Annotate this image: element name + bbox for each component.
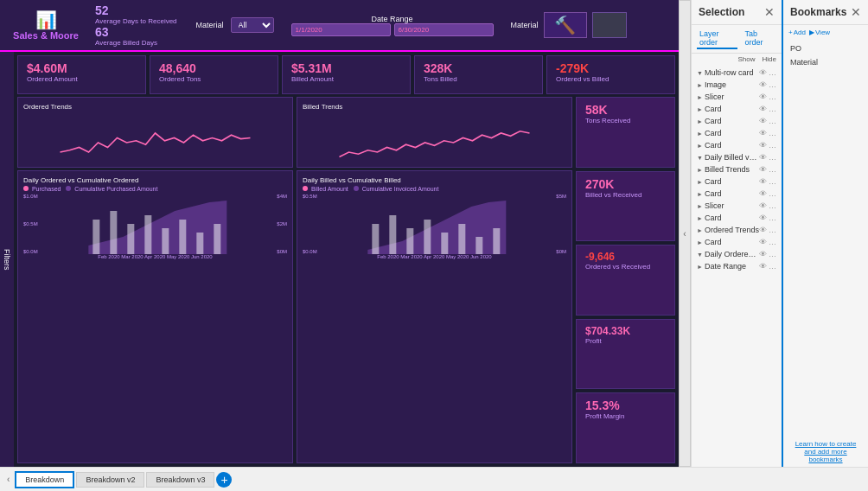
layer-item[interactable]: ► Card 👁 … <box>692 175 782 188</box>
layer-icons: 👁 … <box>759 238 776 246</box>
billed-y-right1: $5M <box>556 194 566 199</box>
y-right2: $2M <box>277 221 287 226</box>
more-icon: … <box>769 250 776 258</box>
kpi-tons-received-label: Tons Received <box>585 117 666 124</box>
layer-item[interactable]: ► Card 👁 … <box>692 103 782 115</box>
layer-arrow: ► <box>697 94 703 100</box>
legend-dot-billed <box>303 186 308 191</box>
layer-item[interactable]: ▼ Daily Ordered vs Cu... 👁 … <box>692 248 782 260</box>
tab-item[interactable]: Breakdown v3 <box>146 472 214 488</box>
layer-item[interactable]: ► Card 👁 … <box>692 212 782 224</box>
ordered-trends-title: Ordered Trends <box>23 103 287 111</box>
x-axis-ordered: Feb 2020 Mar 2020 Apr 2020 May 2020 Jun … <box>23 254 287 259</box>
layer-name: Slicer <box>705 201 759 210</box>
show-label[interactable]: Show <box>738 55 756 63</box>
bookmarks-add[interactable]: + Add <box>788 29 806 36</box>
legend-invoiced: Cumulative Invoiced Amount <box>362 186 439 192</box>
layer-item[interactable]: ► Card 👁 … <box>692 115 782 127</box>
date-end-input[interactable] <box>394 23 494 36</box>
y-axis-left: $1.0M $0.5M $0.0M <box>23 194 40 254</box>
add-icon: + <box>788 29 793 36</box>
bookmark-list: POMaterial <box>783 40 868 437</box>
logo-area: 📊 Sales & Moore <box>7 10 85 41</box>
bookmarks-view[interactable]: ▶ View <box>809 29 830 36</box>
layer-icons: 👁 … <box>759 262 776 271</box>
layer-item[interactable]: ► Image 👁 … <box>692 79 782 91</box>
svg-rect-12 <box>406 228 413 254</box>
selection-panel-close[interactable]: ✕ <box>764 5 775 19</box>
layer-item[interactable]: ► Slicer 👁 … <box>692 200 782 212</box>
layer-icons: 👁 … <box>759 80 776 89</box>
trends-row: Ordered Trends Billed Trends <box>17 97 572 168</box>
layer-item[interactable]: ▼ Daily Billed vs Cumul... 👁 … <box>692 151 782 163</box>
svg-rect-14 <box>441 233 448 254</box>
layer-item[interactable]: ► Date Range 👁 … <box>692 260 782 272</box>
tab-item[interactable]: Breakdown <box>15 471 74 488</box>
layer-item[interactable]: ► Card 👁 … <box>692 127 782 139</box>
collapse-button[interactable]: ‹ <box>679 0 691 467</box>
svg-rect-3 <box>127 224 134 254</box>
layer-icons: 👁 … <box>759 226 776 234</box>
more-icon: … <box>769 117 776 125</box>
layer-arrow: ► <box>697 203 703 209</box>
layer-arrow: ► <box>697 167 703 173</box>
svg-rect-15 <box>458 224 465 254</box>
more-icon: … <box>769 105 776 113</box>
add-tab-button[interactable]: + <box>216 472 232 488</box>
layer-item[interactable]: ► Ordered Trends 👁 … <box>692 224 782 236</box>
billed-y-label2: $0.0M <box>303 249 317 254</box>
kpi-ordered-vs-billed-value: -279K <box>556 61 666 75</box>
svg-rect-6 <box>179 220 186 254</box>
layer-name: Card <box>705 189 759 198</box>
tab-tab-order[interactable]: Tab order <box>743 29 776 49</box>
bookmarks-close[interactable]: ✕ <box>851 5 861 19</box>
layer-item[interactable]: ► Card 👁 … <box>692 139 782 151</box>
tab-nav-left[interactable]: ‹ <box>3 475 13 484</box>
eye-icon: 👁 <box>759 68 767 77</box>
tab-layer-order[interactable]: Layer order <box>697 29 737 49</box>
filters-label: Filters <box>3 249 11 271</box>
layer-item[interactable]: ▼ Multi-row card 👁 … <box>692 67 782 79</box>
hide-label[interactable]: Hide <box>763 55 776 63</box>
kpi-ordered-vs-received-value: -9,646 <box>585 251 666 263</box>
layer-name: Daily Billed vs Cumul... <box>705 153 759 162</box>
x-axis-billed: Feb 2020 Mar 2020 Apr 2020 May 2020 Jun … <box>303 254 566 259</box>
kpi-billed-vs-received-value: 270K <box>585 177 666 191</box>
y-right3: $0M <box>277 249 287 254</box>
more-icon: … <box>769 238 776 246</box>
layer-item[interactable]: ► Billed Trends 👁 … <box>692 163 782 175</box>
kpi-profit-margin-value: 15.3% <box>585 399 666 412</box>
layer-item[interactable]: ► Card 👁 … <box>692 236 782 248</box>
billed-y-label1: $0.5M <box>303 194 317 199</box>
date-inputs <box>291 23 494 36</box>
svg-marker-0 <box>88 201 227 254</box>
legend-cumulative: Cumulative Purchased Amount <box>74 186 157 192</box>
material-preview <box>592 12 627 38</box>
layer-item[interactable]: ► Slicer 👁 … <box>692 91 782 103</box>
more-icon: … <box>769 165 776 174</box>
date-start-input[interactable] <box>291 23 391 36</box>
layer-arrow: ► <box>697 227 703 233</box>
learn-bookmarks-tip[interactable]: Learn how to create and add more bookmar… <box>783 437 868 467</box>
dashboard-header: 📊 Sales & Moore 52 Average Days to Recei… <box>0 0 679 52</box>
view-icon: ▶ <box>809 29 814 36</box>
bookmark-item[interactable]: PO <box>783 41 868 55</box>
svg-marker-9 <box>367 201 506 254</box>
layer-arrow: ▼ <box>697 252 703 258</box>
layer-icons: 👁 … <box>759 105 776 113</box>
dashboard: 📊 Sales & Moore 52 Average Days to Recei… <box>0 0 679 467</box>
more-icon: … <box>769 141 776 150</box>
daily-ordered-legend: Purchased Cumulative Purchased Amount <box>23 186 287 192</box>
daily-billed-svg <box>319 194 555 254</box>
layer-name: Card <box>705 214 759 222</box>
eye-icon: 👁 <box>759 165 767 174</box>
material-filter-label: Material <box>196 21 224 29</box>
layer-item[interactable]: ► Card 👁 … <box>692 188 782 200</box>
material-dropdown[interactable]: All <box>231 17 274 33</box>
kpi-billed-vs-received-label: Billed vs Received <box>585 191 666 199</box>
layer-name: Billed Trends <box>705 165 759 174</box>
bookmark-item[interactable]: Material <box>783 55 868 69</box>
tab-item[interactable]: Breakdown v2 <box>76 472 144 488</box>
add-label: Add <box>794 29 806 36</box>
bottom-charts-row: Daily Ordered vs Cumulative Ordered Purc… <box>17 170 572 463</box>
